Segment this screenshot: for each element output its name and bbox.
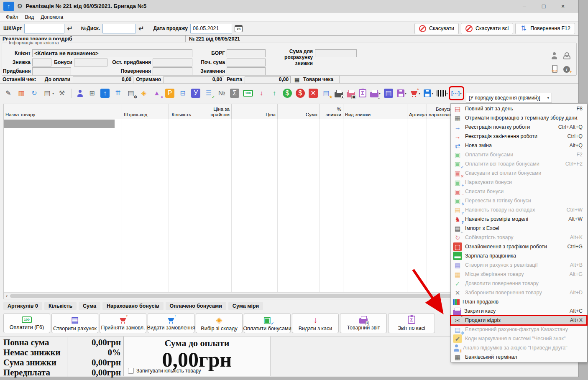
toolbar-button[interactable]: ⊟	[178, 88, 188, 98]
purchases-field[interactable]	[32, 67, 71, 75]
toolbar-button[interactable]: ⚒	[57, 88, 67, 98]
context-menu-item[interactable]: ↻ Собівартість товару Alt+K	[451, 233, 587, 242]
toolbar-button[interactable]: $	[295, 88, 306, 98]
scroll-left-icon[interactable]: ‹	[4, 293, 10, 299]
check-goods-icon[interactable]: ▤	[293, 77, 301, 82]
toolbar-button[interactable]	[72, 89, 72, 98]
table-header-cell[interactable]: Назва товару	[4, 104, 122, 119]
context-menu-item[interactable]: ▬ Зарплата працівника	[451, 251, 587, 260]
context-menu-item[interactable]: ▮ Аналіз підсумків за акцією "Приведи др…	[451, 343, 587, 352]
initial-sum-field[interactable]	[227, 59, 266, 66]
client-info-add-icon[interactable]: i+	[563, 66, 570, 73]
context-menu-item[interactable]: ▤? Наявність товару на складах Ctrl+W	[451, 205, 587, 214]
menu-bar-item[interactable]: Файл	[3, 13, 22, 21]
toolbar-button[interactable]: №	[217, 88, 227, 98]
selected-row[interactable]	[4, 120, 115, 128]
top-button[interactable]: ⇅Повернення F12	[515, 23, 575, 34]
sort-order-select[interactable]: [У порядку введення (прямий)] ▾	[466, 93, 552, 102]
client-value-field[interactable]: <Клієнта не визначено>	[32, 49, 192, 57]
table-header-cell[interactable]: Вид знижки	[343, 104, 407, 119]
context-menu-item[interactable]: ⇄ Нова зміна Alt+Q	[451, 141, 587, 150]
context-menu-item[interactable]: ♞? Наявність розмірів моделі Alt+W	[451, 214, 587, 224]
toolbar-button[interactable]: + ▾	[409, 89, 421, 97]
toolbar-button[interactable]: ▾	[423, 89, 434, 97]
barcode-input[interactable]	[24, 24, 64, 33]
toolbar-button[interactable]: ▤ ▾	[42, 88, 54, 98]
toolbar-button[interactable]	[76, 89, 84, 97]
sale-date-input[interactable]: 06.05.2021	[190, 24, 232, 33]
toolbar-button[interactable]: ◈	[139, 88, 149, 98]
context-menu-item[interactable]: ▣✓ Оплатити всі товари бонусами Ctrl+F2	[451, 159, 587, 168]
action-button[interactable]: ◈ Вибір зі складу	[196, 313, 243, 333]
toolbar-button[interactable]: Σ	[358, 89, 367, 98]
toolbar-button[interactable]: ☰✓	[204, 88, 214, 98]
table-header-cell[interactable]: Артикул	[407, 104, 427, 119]
close-button[interactable]: ×	[553, 3, 573, 10]
table-header-cell[interactable]: Штрих-код	[122, 104, 169, 119]
toolbar-button[interactable]: ✕	[308, 88, 319, 98]
context-menu-item[interactable]: ✕ Заборонити повернення товару Alt+D	[451, 288, 587, 297]
context-menu-item[interactable]: ▤ Повний звіт за день F8	[451, 104, 587, 113]
context-menu-item[interactable]: ▣✕ Скасувати всі оплати бонусами	[451, 168, 587, 178]
table-header-cell[interactable]: Бонуси нараховані	[427, 104, 454, 119]
toolbar-button[interactable]: ▤★	[321, 88, 332, 98]
action-button[interactable]: + Прийняти замовл.	[100, 313, 146, 333]
toolbar-button[interactable]: P	[165, 88, 175, 98]
discount-field[interactable]	[32, 59, 51, 66]
toolbar-button[interactable]: ▲●	[152, 88, 162, 98]
action-button[interactable]: ↑ Видати замовлення	[148, 313, 194, 333]
toolbar-button[interactable]: ▾	[436, 89, 448, 97]
toolbar-button[interactable]: ▥	[16, 88, 27, 98]
ask-quantity-checkbox[interactable]	[128, 368, 134, 374]
scrollbar-thumb[interactable]	[10, 294, 454, 298]
calendar-icon[interactable]: 23	[235, 25, 243, 32]
table-header-cell[interactable]: Ціна за прайсом	[193, 104, 232, 119]
context-menu-item[interactable]: ▦ Місце зберігання товару Alt+G	[451, 270, 587, 279]
client-filled-icon[interactable]	[551, 52, 558, 59]
context-menu-item[interactable]: Закрити касу Alt+C	[451, 306, 587, 316]
context-menu-item[interactable]: → Реєстрація закінчення роботи Ctrl+Q	[451, 132, 587, 141]
toolbar-button[interactable]: ↓	[256, 88, 267, 98]
discount-card-input[interactable]	[102, 24, 136, 33]
toolbar-button[interactable]: ⊞	[87, 88, 97, 98]
action-button[interactable]: ↓ Видати з каси	[292, 313, 339, 333]
toolbar-button[interactable]: ↻	[29, 88, 40, 98]
toolbar-button[interactable]: ⇈	[113, 88, 123, 98]
toolbar-button[interactable]: $	[282, 88, 293, 98]
gear-icon[interactable]: ⚙	[17, 3, 23, 10]
action-button[interactable]: Σ Звіт по касі	[388, 313, 435, 333]
check-goods-label[interactable]: Товари чека	[303, 77, 333, 82]
context-menu-item[interactable]: ▤ Створити рахунок з реалізації Alt+B	[451, 260, 587, 270]
toolbar-button[interactable]: ↑	[100, 88, 110, 98]
menu-bar-item[interactable]: Вид	[22, 13, 38, 21]
top-button[interactable]: Скасувати	[414, 23, 459, 34]
action-button[interactable]: 100 Оплатити (F6)	[3, 313, 50, 333]
context-menu-item[interactable]: ✂ Продати відріз Alt+X	[451, 316, 587, 325]
context-menu-item[interactable]: ✔ Коди маркування в системі "Чесний знак…	[451, 334, 587, 343]
toolbar-button[interactable]: [···] ▾	[451, 88, 462, 98]
context-menu-item[interactable]: План продажів	[451, 297, 587, 306]
toolbar-button[interactable]: Σ	[230, 88, 240, 98]
table-header-cell[interactable]: Ціна	[232, 104, 278, 119]
menu-bar-item[interactable]: Допомога	[37, 13, 66, 21]
action-button[interactable]: ▤ Створити рахунок	[51, 313, 98, 333]
context-menu-item[interactable]: ▣ Оплатити бонусами F2	[451, 150, 587, 159]
toolbar-button[interactable]: ▤⚙	[126, 88, 136, 98]
action-button[interactable]: ▣✓ Оплатити бонусами	[244, 313, 291, 333]
minimize-button[interactable]: –	[515, 3, 534, 10]
table-header-cell[interactable]: % знижки	[320, 104, 343, 119]
action-button[interactable]: 1 Товарний звіт	[340, 313, 387, 333]
table-body[interactable]	[4, 119, 454, 292]
toolbar-button[interactable]: ▾	[396, 89, 407, 97]
bonuses-field[interactable]	[74, 59, 107, 66]
toolbar-button[interactable]: ▦	[346, 89, 356, 98]
client-outline-icon[interactable]	[562, 52, 570, 59]
context-menu-item[interactable]: ▣$ Перевести в готівку бонуси	[451, 196, 587, 205]
context-menu-item[interactable]: ▦ Банківський термінал	[451, 352, 587, 362]
toolbar-button[interactable]: 100	[243, 89, 254, 97]
context-menu-item[interactable]: ▣+ Нарахувати бонуси	[451, 178, 587, 187]
top-button[interactable]: Скасувати всі	[461, 23, 513, 34]
context-menu-item[interactable]: ▦ Отримати інформацію з терміналу збору …	[451, 113, 587, 122]
toolbar-button[interactable]: ▤	[383, 88, 394, 98]
maximize-button[interactable]: □	[534, 3, 553, 10]
